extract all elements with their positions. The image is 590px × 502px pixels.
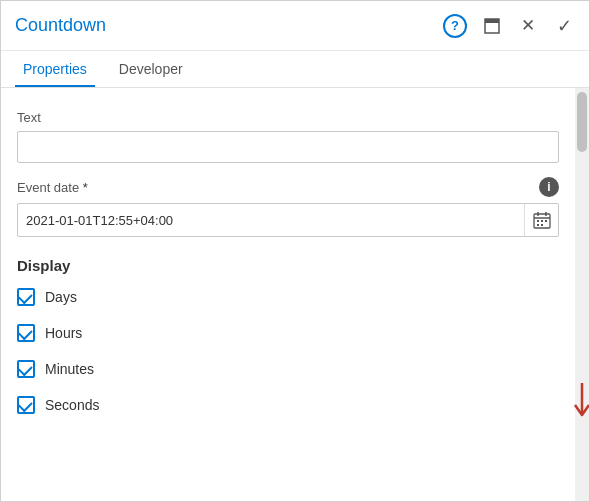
seconds-label: Seconds bbox=[45, 397, 99, 413]
confirm-icon[interactable]: ✓ bbox=[553, 15, 575, 37]
hours-checkbox[interactable] bbox=[17, 324, 35, 342]
date-input-wrapper bbox=[17, 203, 559, 237]
display-title: Display bbox=[17, 257, 559, 274]
days-label: Days bbox=[45, 289, 77, 305]
event-date-group: Event date * i bbox=[17, 177, 559, 237]
text-field-group: Text bbox=[17, 110, 559, 163]
tabs-bar: Properties Developer bbox=[1, 51, 589, 88]
display-section: Display Days Hours Minutes Seconds bbox=[17, 257, 559, 414]
event-date-label: Event date * bbox=[17, 180, 88, 195]
text-label: Text bbox=[17, 110, 559, 125]
svg-rect-1 bbox=[485, 19, 499, 23]
checkbox-days: Days bbox=[17, 288, 559, 306]
form-panel: Text Event date * i bbox=[1, 88, 575, 501]
title-bar: Countdown ? ✕ ✓ bbox=[1, 1, 589, 51]
window-icon[interactable] bbox=[481, 15, 503, 37]
svg-rect-8 bbox=[545, 220, 547, 222]
svg-rect-9 bbox=[537, 224, 539, 226]
svg-rect-7 bbox=[541, 220, 543, 222]
svg-rect-6 bbox=[537, 220, 539, 222]
scrollbar[interactable] bbox=[575, 88, 589, 501]
calendar-button[interactable] bbox=[524, 204, 558, 236]
content-area: Text Event date * i bbox=[1, 88, 589, 501]
tab-properties[interactable]: Properties bbox=[15, 51, 95, 87]
scrollbar-thumb[interactable] bbox=[577, 92, 587, 152]
checkbox-hours: Hours bbox=[17, 324, 559, 342]
help-icon[interactable]: ? bbox=[443, 14, 467, 38]
checkbox-minutes: Minutes bbox=[17, 360, 559, 378]
tab-developer[interactable]: Developer bbox=[111, 51, 191, 87]
svg-rect-10 bbox=[541, 224, 543, 226]
hours-label: Hours bbox=[45, 325, 82, 341]
minutes-checkbox[interactable] bbox=[17, 360, 35, 378]
title-icons: ? ✕ ✓ bbox=[443, 14, 575, 38]
scroll-arrow-down[interactable] bbox=[572, 381, 589, 421]
days-checkbox[interactable] bbox=[17, 288, 35, 306]
window: Countdown ? ✕ ✓ Properties Developer Tex… bbox=[0, 0, 590, 502]
close-icon[interactable]: ✕ bbox=[517, 15, 539, 37]
event-date-info-icon[interactable]: i bbox=[539, 177, 559, 197]
seconds-checkbox[interactable] bbox=[17, 396, 35, 414]
app-title: Countdown bbox=[15, 15, 443, 36]
minutes-label: Minutes bbox=[45, 361, 94, 377]
checkbox-seconds: Seconds bbox=[17, 396, 559, 414]
text-input[interactable] bbox=[17, 131, 559, 163]
event-date-input[interactable] bbox=[18, 204, 524, 236]
